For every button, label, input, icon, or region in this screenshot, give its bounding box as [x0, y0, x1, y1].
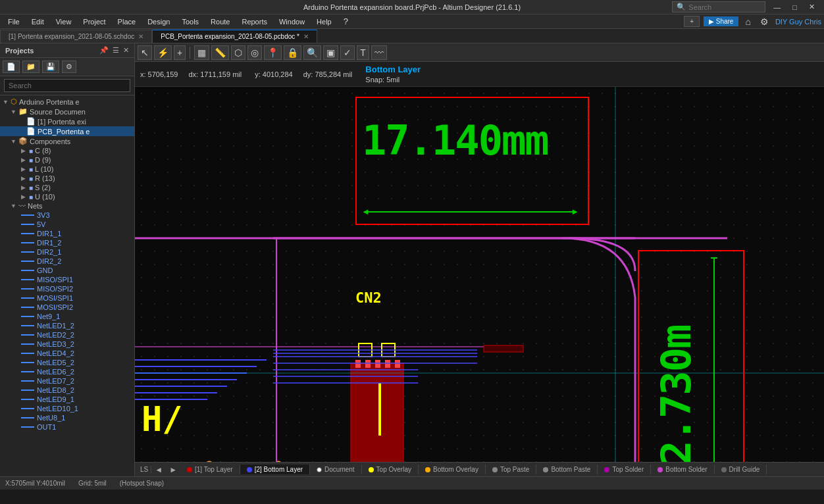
minimize-button[interactable]: — — [769, 3, 785, 11]
menu-project[interactable]: Project — [78, 16, 111, 27]
tree-comp-u[interactable]: ▶ ■ U (10) — [0, 192, 134, 201]
layer-bottom-solder[interactable]: Bottom Solder — [651, 465, 714, 474]
settings-button[interactable]: ⚙ — [758, 16, 771, 27]
net-netled6-2[interactable]: NetLED6_2 — [0, 367, 134, 376]
title-search-input[interactable] — [688, 3, 761, 11]
via-icon[interactable]: ◎ — [247, 45, 262, 60]
status-hotspot: (Hotspot Snap) — [120, 480, 164, 487]
tree-project[interactable]: ▼ ⬡ Arduino Portenta e — [0, 97, 134, 107]
layer-document[interactable]: Document — [310, 465, 362, 474]
net-mosi-spi2[interactable]: MOSI/SPI2 — [0, 303, 134, 312]
menu-tools[interactable]: Tools — [176, 16, 204, 27]
net-mosi-spi1[interactable]: MOSI/SPI1 — [0, 293, 134, 303]
tree-comp-d[interactable]: ▶ ■ D (9) — [0, 155, 134, 164]
bar-chart-icon[interactable]: ▦ — [194, 45, 209, 60]
tab-close-schematic[interactable]: ✕ — [138, 33, 143, 40]
menu-edit[interactable]: Edit — [26, 16, 49, 27]
tab-schematic[interactable]: [1] Portenta expansion_2021-08-05.schdoc… — [0, 30, 152, 43]
net-netled1-2[interactable]: NetLED1_2 — [0, 321, 134, 330]
net-net9-1[interactable]: Net9_1 — [0, 312, 134, 321]
help-icon[interactable]: ? — [338, 15, 353, 28]
add-existing-button[interactable]: 📁 — [22, 61, 39, 73]
tree-area[interactable]: ▼ ⬡ Arduino Portenta e ▼ 📁 Source Docume… — [0, 95, 134, 476]
tab-pcb[interactable]: PCB_Portenta expansion_2021-08-05.pcbdoc… — [152, 30, 317, 43]
net-out1[interactable]: OUT1 — [0, 422, 134, 432]
layer-top-paste[interactable]: Top Paste — [486, 465, 536, 474]
layer-bottom[interactable]: [2] Bottom Layer — [240, 465, 310, 474]
net-miso-spi1[interactable]: MISO/SPI1 — [0, 275, 134, 284]
add-tool[interactable]: + — [174, 45, 186, 60]
layer-bottom-overlay[interactable]: Bottom Overlay — [419, 465, 486, 474]
net-netled5-2[interactable]: NetLED5_2 — [0, 358, 134, 367]
3d-icon[interactable]: ▣ — [323, 45, 338, 60]
menu-bar: File Edit View Project Place Design Tool… — [0, 14, 824, 29]
lock-icon[interactable]: 🔒 — [284, 45, 301, 60]
tree-nets[interactable]: ▼ 〰 Nets — [0, 201, 134, 211]
text-tool[interactable]: T — [357, 45, 369, 60]
inspect-icon[interactable]: 🔍 — [303, 45, 321, 60]
tree-comp-s[interactable]: ▶ ■ S (2) — [0, 183, 134, 192]
net-netled7-2[interactable]: NetLED7_2 — [0, 376, 134, 386]
pin-icon[interactable]: 📍 — [264, 45, 282, 60]
save-button[interactable]: 💾 — [42, 61, 59, 73]
net-netled2-2[interactable]: NetLED2_2 — [0, 330, 134, 340]
close-button[interactable]: ✕ — [805, 3, 819, 11]
net-dir2-1[interactable]: DIR2_1 — [0, 247, 134, 257]
menu-window[interactable]: Window — [274, 16, 310, 27]
tree-comp-l[interactable]: ▶ ■ L (10) — [0, 164, 134, 174]
menu-help[interactable]: Help — [311, 16, 337, 27]
home-button[interactable]: ⌂ — [742, 16, 753, 27]
menu-place[interactable]: Place — [113, 16, 142, 27]
menu-design[interactable]: Design — [142, 16, 175, 27]
new-file-button[interactable]: 📄 — [3, 61, 20, 73]
net-netled3-2[interactable]: NetLED3_2 — [0, 340, 134, 349]
measure-icon[interactable]: 📏 — [211, 45, 229, 60]
layer-ls-label: LS — [138, 466, 151, 473]
poly-icon[interactable]: ⬡ — [231, 45, 245, 60]
net-netu8-1[interactable]: NetU8_1 — [0, 413, 134, 422]
tab-close-pcb[interactable]: ✕ — [303, 33, 309, 40]
layer-top-overlay[interactable]: Top Overlay — [362, 465, 419, 474]
net-miso-spi2[interactable]: MISO/SPI2 — [0, 284, 134, 293]
tree-comp-c[interactable]: ▶ ■ C (8) — [0, 146, 134, 155]
panel-menu-icon[interactable]: ☰ — [113, 46, 119, 55]
tree-source-docs[interactable]: ▼ 📁 Source Documen — [0, 107, 134, 116]
net-gnd[interactable]: GND — [0, 266, 134, 275]
share-button[interactable]: ▶ Share — [704, 16, 738, 26]
layer-prev-button[interactable]: ◄ — [151, 464, 166, 476]
menu-view[interactable]: View — [51, 16, 77, 27]
layer-drill-guide[interactable]: Drill Guide — [715, 465, 767, 474]
panel-pin-icon[interactable]: 📌 — [99, 46, 109, 55]
net-netled10-1[interactable]: NetLED10_1 — [0, 404, 134, 413]
select-tool[interactable]: ↖ — [138, 45, 152, 60]
net-netled4-2[interactable]: NetLED4_2 — [0, 349, 134, 358]
maximize-button[interactable]: □ — [788, 3, 801, 11]
panel-settings-button[interactable]: ⚙ — [62, 61, 76, 73]
net-5v[interactable]: 5V — [0, 220, 134, 229]
tree-pcb[interactable]: 📄 PCB_Portenta e — [0, 126, 134, 136]
net-dir1-2[interactable]: DIR1_2 — [0, 238, 134, 247]
net-dir2-2[interactable]: DIR2_2 — [0, 257, 134, 266]
title-search[interactable]: 🔍 — [672, 1, 765, 13]
layer-top-solder[interactable]: Top Solder — [598, 465, 651, 474]
project-search-input[interactable] — [4, 79, 130, 92]
tree-components[interactable]: ▼ 📦 Components — [0, 136, 134, 146]
route-tool[interactable]: ⚡ — [154, 45, 172, 60]
net-3v3[interactable]: 3V3 — [0, 211, 134, 220]
layer-top[interactable]: [1] Top Layer — [180, 465, 240, 474]
layer-next-button[interactable]: ► — [166, 464, 180, 476]
tree-comp-r[interactable]: ▶ ■ R (13) — [0, 174, 134, 183]
panel-close-icon[interactable]: ✕ — [123, 46, 129, 55]
tree-schematic[interactable]: 📄 [1] Portenta exi — [0, 116, 134, 126]
pcb-canvas[interactable]: 17.140mm ◄ ► 12.730m CN2 ARDUINO PORTENT… — [135, 87, 824, 462]
plus-button[interactable]: + — [684, 16, 700, 27]
net-netled9-1[interactable]: NetLED9_1 — [0, 395, 134, 404]
layer-bottom-paste[interactable]: Bottom Paste — [536, 465, 598, 474]
rules-icon[interactable]: ✓ — [340, 45, 355, 60]
menu-file[interactable]: File — [3, 16, 25, 27]
menu-reports[interactable]: Reports — [236, 16, 272, 27]
net-dir1-1[interactable]: DIR1_1 — [0, 229, 134, 238]
net-netled8-2[interactable]: NetLED8_2 — [0, 386, 134, 395]
wave-icon[interactable]: 〰 — [371, 45, 387, 60]
menu-route[interactable]: Route — [205, 16, 235, 27]
